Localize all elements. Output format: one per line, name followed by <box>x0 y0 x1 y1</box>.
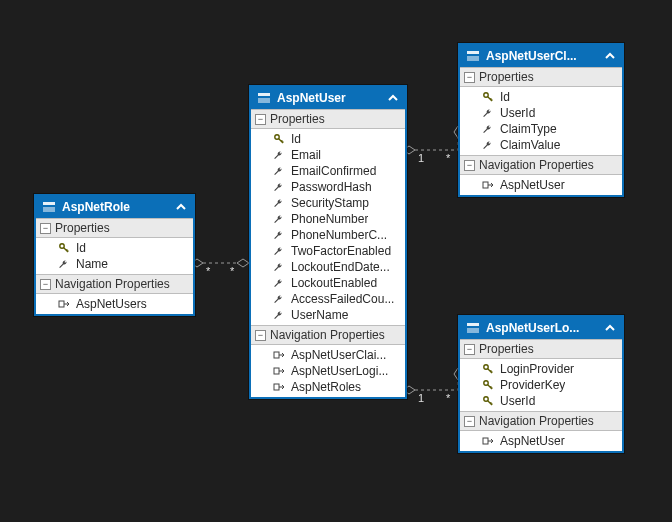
section-label: Navigation Properties <box>479 158 594 172</box>
wrench-icon <box>273 277 285 289</box>
property-row[interactable]: ProviderKey <box>460 377 622 393</box>
wrench-icon <box>482 107 494 119</box>
property-row[interactable]: Email <box>251 147 405 163</box>
property-row[interactable]: PhoneNumberC... <box>251 227 405 243</box>
property-row[interactable]: ClaimType <box>460 121 622 137</box>
section-label: Properties <box>270 112 325 126</box>
property-name: EmailConfirmed <box>291 164 376 178</box>
property-row[interactable]: UserId <box>460 393 622 409</box>
collapse-icon[interactable]: − <box>464 160 475 171</box>
entity-aspnetuserlogins[interactable]: AspNetUserLo... − Properties LoginProvid… <box>458 315 624 453</box>
entity-header[interactable]: AspNetUserCl... <box>460 45 622 67</box>
wrench-icon <box>482 139 494 151</box>
property-name: AspNetUsers <box>76 297 147 311</box>
svg-rect-22 <box>467 51 479 54</box>
svg-marker-1 <box>237 259 249 267</box>
entity-header[interactable]: AspNetUserLo... <box>460 317 622 339</box>
property-row[interactable]: EmailConfirmed <box>251 163 405 179</box>
property-row[interactable]: ClaimValue <box>460 137 622 153</box>
svg-rect-25 <box>483 182 488 188</box>
property-name: ClaimType <box>500 122 557 136</box>
section-header-properties[interactable]: − Properties <box>460 339 622 359</box>
nav-property-row[interactable]: AspNetUser <box>460 433 622 449</box>
wrench-icon <box>273 197 285 209</box>
nav-property-row[interactable]: AspNetUserClai... <box>251 347 405 363</box>
property-row[interactable]: PasswordHash <box>251 179 405 195</box>
property-name: AspNetUserClai... <box>291 348 386 362</box>
property-row[interactable]: UserName <box>251 307 405 323</box>
nav-property-row[interactable]: AspNetUserLogi... <box>251 363 405 379</box>
property-row[interactable]: LockoutEndDate... <box>251 259 405 275</box>
key-icon <box>482 395 494 407</box>
section-properties: − Properties IdEmailEmailConfirmedPasswo… <box>251 109 405 325</box>
section-header-nav[interactable]: − Navigation Properties <box>460 411 622 431</box>
section-nav-properties: − Navigation Properties AspNetUser <box>460 155 622 195</box>
section-header-properties[interactable]: − Properties <box>251 109 405 129</box>
property-row[interactable]: Id <box>36 240 193 256</box>
entity-aspnetrole[interactable]: AspNetRole − Properties IdName − Navigat… <box>34 194 195 316</box>
property-name: ProviderKey <box>500 378 565 392</box>
section-header-nav[interactable]: − Navigation Properties <box>36 274 193 294</box>
entity-title: AspNetUser <box>277 91 381 105</box>
entity-header[interactable]: AspNetUser <box>251 87 405 109</box>
nav-property-list: AspNetUserClai...AspNetUserLogi...AspNet… <box>251 345 405 397</box>
chevron-up-icon[interactable] <box>604 50 616 62</box>
property-row[interactable]: Name <box>36 256 193 272</box>
nav-property-row[interactable]: AspNetRoles <box>251 379 405 395</box>
collapse-icon[interactable]: − <box>255 114 266 125</box>
nav-prop-icon <box>273 349 285 361</box>
collapse-icon[interactable]: − <box>464 416 475 427</box>
property-name: AccessFailedCou... <box>291 292 394 306</box>
section-header-properties[interactable]: − Properties <box>460 67 622 87</box>
chevron-up-icon[interactable] <box>604 322 616 334</box>
property-list: IdUserIdClaimTypeClaimValue <box>460 87 622 155</box>
collapse-icon[interactable]: − <box>40 223 51 234</box>
property-row[interactable]: LockoutEnabled <box>251 275 405 291</box>
wrench-icon <box>273 165 285 177</box>
property-row[interactable]: LoginProvider <box>460 361 622 377</box>
entity-header[interactable]: AspNetRole <box>36 196 193 218</box>
property-row[interactable]: Id <box>251 131 405 147</box>
key-icon <box>273 133 285 145</box>
property-row[interactable]: Id <box>460 89 622 105</box>
property-name: LockoutEndDate... <box>291 260 390 274</box>
key-icon <box>482 91 494 103</box>
nav-property-row[interactable]: AspNetUsers <box>36 296 193 312</box>
property-name: LockoutEnabled <box>291 276 377 290</box>
collapse-icon[interactable]: − <box>464 344 475 355</box>
property-name: PhoneNumber <box>291 212 368 226</box>
collapse-icon[interactable]: − <box>255 330 266 341</box>
collapse-icon[interactable]: − <box>464 72 475 83</box>
entity-aspnetuserclaims[interactable]: AspNetUserCl... − Properties IdUserIdCla… <box>458 43 624 197</box>
section-nav-properties: − Navigation Properties AspNetUser <box>460 411 622 451</box>
connector-user-claims: 1 * <box>403 126 462 164</box>
property-row[interactable]: SecurityStamp <box>251 195 405 211</box>
svg-text:*: * <box>230 265 235 277</box>
svg-text:*: * <box>206 265 211 277</box>
nav-prop-icon <box>273 381 285 393</box>
collapse-icon[interactable]: − <box>40 279 51 290</box>
wrench-icon <box>273 293 285 305</box>
property-row[interactable]: AccessFailedCou... <box>251 291 405 307</box>
property-name: AspNetUserLogi... <box>291 364 388 378</box>
chevron-up-icon[interactable] <box>175 201 187 213</box>
svg-rect-15 <box>59 301 64 307</box>
property-name: Id <box>76 241 86 255</box>
chevron-up-icon[interactable] <box>387 92 399 104</box>
section-header-nav[interactable]: − Navigation Properties <box>460 155 622 175</box>
property-name: ClaimValue <box>500 138 560 152</box>
connector-role-user: * * <box>191 259 249 277</box>
entity-title: AspNetRole <box>62 200 169 214</box>
section-nav-properties: − Navigation Properties AspNetUsers <box>36 274 193 314</box>
property-row[interactable]: TwoFactorEnabled <box>251 243 405 259</box>
entity-aspnetuser[interactable]: AspNetUser − Properties IdEmailEmailConf… <box>249 85 407 399</box>
nav-prop-icon <box>482 435 494 447</box>
property-row[interactable]: PhoneNumber <box>251 211 405 227</box>
section-header-nav[interactable]: − Navigation Properties <box>251 325 405 345</box>
section-header-properties[interactable]: − Properties <box>36 218 193 238</box>
property-row[interactable]: UserId <box>460 105 622 121</box>
property-name: SecurityStamp <box>291 196 369 210</box>
section-properties: − Properties IdUserIdClaimTypeClaimValue <box>460 67 622 155</box>
property-name: AspNetUser <box>500 178 565 192</box>
nav-property-row[interactable]: AspNetUser <box>460 177 622 193</box>
